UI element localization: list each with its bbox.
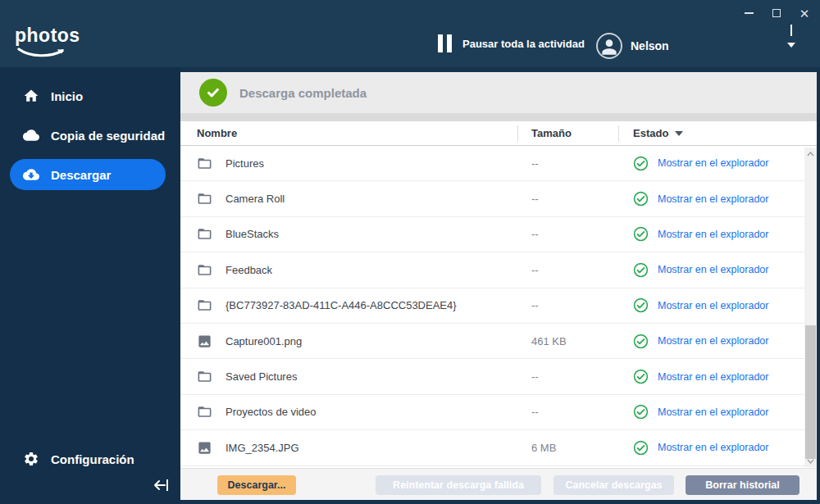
- close-button[interactable]: ✕: [795, 5, 813, 21]
- file-size: --: [518, 370, 619, 383]
- status-check-icon: [633, 262, 649, 278]
- user-menu[interactable]: Nelson: [596, 33, 669, 59]
- scrollbar-thumb[interactable]: [805, 325, 816, 459]
- cloud-download-icon: [23, 166, 39, 183]
- vertical-scrollbar[interactable]: [804, 148, 817, 467]
- notification-dropdown-toggle[interactable]: [787, 25, 795, 48]
- sidebar-item-label: Descargar: [51, 168, 111, 182]
- table-row[interactable]: Feedback -- Mostrar en el explorador: [180, 252, 804, 288]
- file-name: Saved Pictures: [226, 370, 297, 383]
- scroll-down-arrow[interactable]: [804, 455, 817, 467]
- file-name: {BC773927-83AD-411C-A446-A8CCC53DEAE4}: [226, 299, 457, 311]
- show-in-explorer-link[interactable]: Mostrar en el explorador: [658, 442, 768, 453]
- file-name: BlueStacks: [226, 228, 279, 240]
- sidebar-item-configuracion[interactable]: Configuración: [0, 443, 180, 474]
- sidebar-item-descargar[interactable]: Descargar: [10, 159, 166, 190]
- table-row[interactable]: Pictures -- Mostrar en el explorador: [180, 146, 804, 181]
- column-header-tamano[interactable]: Tamaño: [518, 125, 619, 142]
- download-button[interactable]: Descargar...: [217, 475, 296, 495]
- column-header-estado[interactable]: Estado: [619, 125, 817, 142]
- table-row[interactable]: Capture001.png 461 KB Mostrar en el expl…: [180, 324, 804, 359]
- sidebar: Inicio Copia de seguridad Descargar Conf…: [0, 67, 180, 504]
- table-row[interactable]: Saved Pictures -- Mostrar en el explorad…: [180, 359, 804, 394]
- clear-history-button[interactable]: Borrar historial: [686, 475, 800, 495]
- table-row[interactable]: Proyectos de video -- Mostrar en el expl…: [180, 395, 804, 430]
- status-check-icon: [633, 369, 649, 384]
- column-header-nombre[interactable]: Nombre: [180, 125, 518, 142]
- table-header: Nombre Tamaño Estado: [180, 121, 817, 146]
- download-list: Pictures -- Mostrar en el explorador Cam…: [180, 146, 804, 466]
- banner-title: Descarga completada: [239, 86, 367, 100]
- home-icon: [23, 88, 39, 104]
- file-name: Capture001.png: [226, 335, 302, 347]
- file-size: --: [518, 157, 619, 170]
- window-controls: ✕: [740, 5, 813, 21]
- minimize-button[interactable]: [740, 5, 758, 21]
- folder-icon: [197, 404, 212, 420]
- file-name: Feedback: [226, 264, 272, 276]
- maximize-icon: [772, 9, 781, 17]
- avatar: [596, 33, 622, 59]
- file-size: --: [518, 193, 619, 205]
- show-in-explorer-link[interactable]: Mostrar en el explorador: [658, 371, 768, 383]
- file-size: --: [518, 264, 619, 276]
- pause-label: Pausar toda la actividad: [462, 38, 585, 50]
- status-check-icon: [633, 404, 649, 420]
- scroll-up-arrow[interactable]: [804, 148, 817, 160]
- table-row[interactable]: IMG_2354.JPG 6 MB Mostrar en el explorad…: [180, 430, 804, 465]
- logo-text: photos: [15, 25, 80, 47]
- status-check-icon: [633, 191, 649, 207]
- banner-divider: [180, 113, 817, 121]
- chevron-down-icon: [787, 43, 795, 48]
- collapse-sidebar-button[interactable]: [153, 477, 174, 495]
- folder-icon: [197, 156, 212, 171]
- show-in-explorer-link[interactable]: Mostrar en el explorador: [658, 229, 768, 240]
- show-in-explorer-link[interactable]: Mostrar en el explorador: [658, 335, 768, 347]
- folder-icon: [197, 191, 212, 207]
- file-name: IMG_2354.JPG: [226, 442, 299, 454]
- user-name: Nelson: [631, 39, 669, 52]
- arrow-left-to-bar-icon: [153, 477, 172, 493]
- footer-toolbar: Descargar... Reintentar descarga fallida…: [180, 468, 817, 500]
- file-size: --: [518, 228, 619, 240]
- show-in-explorer-link[interactable]: Mostrar en el explorador: [658, 406, 768, 418]
- sidebar-item-label: Inicio: [51, 89, 83, 103]
- folder-icon: [197, 226, 212, 242]
- file-size: --: [518, 299, 619, 311]
- show-in-explorer-link[interactable]: Mostrar en el explorador: [658, 157, 768, 169]
- file-size: 6 MB: [518, 442, 619, 454]
- status-check-icon: [633, 334, 649, 349]
- download-complete-banner: Descarga completada: [180, 72, 817, 113]
- minimize-icon: [745, 12, 754, 14]
- sidebar-item-inicio[interactable]: Inicio: [0, 80, 180, 111]
- folder-icon: [197, 369, 212, 384]
- pause-all-activity-button[interactable]: Pausar toda la actividad: [438, 34, 585, 52]
- status-check-icon: [633, 226, 649, 242]
- sidebar-item-copia-de-seguridad[interactable]: Copia de seguridad: [0, 120, 180, 151]
- cursor-bar-icon: [790, 25, 792, 36]
- table-row[interactable]: Camera Roll -- Mostrar en el explorador: [180, 181, 804, 216]
- show-in-explorer-link[interactable]: Mostrar en el explorador: [658, 193, 768, 205]
- show-in-explorer-link[interactable]: Mostrar en el explorador: [658, 300, 768, 311]
- column-header-estado-label: Estado: [633, 125, 668, 142]
- sidebar-item-label: Configuración: [51, 452, 134, 466]
- sort-descending-icon: [675, 131, 683, 136]
- status-check-icon: [633, 297, 649, 313]
- table-row[interactable]: {BC773927-83AD-411C-A446-A8CCC53DEAE4} -…: [180, 288, 804, 324]
- file-size: --: [518, 406, 619, 418]
- amazon-smile-icon: [17, 47, 68, 60]
- file-name: Camera Roll: [226, 193, 285, 205]
- maximize-button[interactable]: [768, 5, 786, 21]
- file-size: 461 KB: [518, 335, 619, 347]
- file-name: Proyectos de video: [226, 406, 317, 418]
- file-name: Pictures: [226, 157, 264, 170]
- show-in-explorer-link[interactable]: Mostrar en el explorador: [658, 264, 768, 275]
- status-check-icon: [633, 156, 649, 171]
- app-window: photos Pausar toda la actividad Nelson ✕: [0, 0, 820, 504]
- close-icon: ✕: [800, 7, 810, 20]
- table-row[interactable]: BlueStacks -- Mostrar en el explorador: [180, 217, 804, 252]
- success-check-icon: [199, 79, 227, 107]
- image-file-icon: [197, 440, 212, 456]
- main-panel: Descarga completada Nombre Tamaño Estado…: [180, 72, 817, 500]
- folder-icon: [197, 297, 212, 313]
